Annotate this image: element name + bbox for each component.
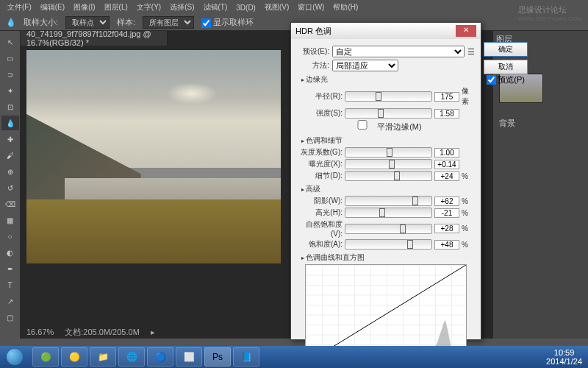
tray-time: 10:59: [546, 348, 582, 357]
history-brush-tool[interactable]: ↺: [1, 180, 19, 195]
windows-logo-icon: [7, 349, 23, 365]
saturation-slider[interactable]: [345, 239, 432, 250]
sample-select[interactable]: 所有图层: [143, 16, 194, 29]
smooth-edges-checkbox[interactable]: [350, 120, 375, 130]
menu-file[interactable]: 文件(F): [4, 1, 35, 14]
watermark-url: WWW.MISSYUAN.COM: [518, 15, 582, 22]
wand-tool[interactable]: ✦: [1, 83, 19, 98]
method-label: 方法:: [297, 60, 329, 71]
menu-type[interactable]: 文字(Y): [133, 1, 165, 14]
shape-tool[interactable]: ▢: [1, 310, 19, 325]
show-ring-checkbox[interactable]: [201, 18, 211, 28]
preview-checkbox[interactable]: [487, 75, 496, 85]
close-icon[interactable]: ✕: [456, 25, 476, 37]
samplesize-select[interactable]: 取样点: [65, 16, 110, 29]
menu-3d[interactable]: 3D(D): [232, 2, 259, 13]
menu-view[interactable]: 视图(V): [261, 1, 293, 14]
preset-label: 预设(E):: [297, 46, 329, 57]
canvas[interactable]: [26, 50, 281, 263]
detail-input[interactable]: [434, 171, 459, 181]
detail-slider[interactable]: [345, 171, 432, 181]
dialog-titlebar[interactable]: HDR 色调 ✕: [291, 23, 481, 39]
radius-slider[interactable]: [345, 91, 432, 102]
sample-label: 样本:: [117, 17, 135, 28]
system-tray[interactable]: 10:59 2014/1/24: [540, 348, 588, 366]
radius-input[interactable]: [434, 92, 459, 102]
document-tab[interactable]: 40_74199_9f79897f102f04d.jpg @ 16.7%(RGB…: [21, 31, 168, 46]
zoom-level[interactable]: 16.67%: [26, 328, 54, 336]
taskbar-browser[interactable]: 🔵: [147, 347, 173, 367]
blur-tool[interactable]: ○: [1, 229, 19, 244]
taskbar-photoshop[interactable]: Ps: [204, 347, 231, 367]
gradient-tool[interactable]: ▦: [1, 213, 19, 227]
brush-tool[interactable]: 🖌: [1, 148, 19, 163]
vibrance-input[interactable]: [434, 224, 459, 233]
start-button[interactable]: [0, 346, 29, 368]
pen-tool[interactable]: ✒: [1, 261, 19, 276]
ok-button[interactable]: 确定: [484, 42, 528, 57]
shadow-slider[interactable]: [345, 196, 432, 206]
highlight-slider[interactable]: [345, 208, 432, 218]
menu-edit[interactable]: 编辑(E): [37, 1, 68, 14]
dialog-body: 预设(E): 自定 ☰ 方法: 局部适应 边缘光 半径(R): 像素 强度(S)…: [291, 39, 481, 368]
taskbar-pinned: 🟢 🟡 📁 🌐 🔵 ⬜ Ps 📘: [32, 347, 259, 367]
strength-slider[interactable]: [345, 108, 432, 118]
detail-label: 细节(D):: [297, 171, 343, 181]
taskbar-app-1[interactable]: 🟢: [32, 347, 59, 367]
eyedropper-icon: 💧: [6, 18, 16, 27]
stamp-tool[interactable]: ⊕: [1, 164, 19, 179]
menu-help[interactable]: 帮助(H): [329, 1, 362, 14]
taskbar-app-2[interactable]: 🟡: [61, 347, 87, 367]
strength-label: 强度(S):: [297, 108, 343, 118]
detail-unit: %: [462, 172, 475, 180]
taskbar-app-8[interactable]: 📘: [233, 347, 259, 367]
eraser-tool[interactable]: ⌫: [1, 197, 19, 211]
hdr-toning-dialog: HDR 色调 ✕ 确定 取消 预览(P) 预设(E): 自定 ☰ 方法: 局部适…: [290, 22, 481, 340]
shadow-label: 阴影(W):: [297, 196, 343, 206]
menu-window[interactable]: 窗口(W): [294, 1, 328, 14]
heal-tool[interactable]: ✚: [1, 132, 19, 146]
preview-checkbox-label[interactable]: 预览(P): [487, 74, 525, 85]
show-ring-label[interactable]: 显示取样环: [201, 17, 254, 28]
layer-bg-name[interactable]: 背景: [499, 118, 585, 129]
path-tool[interactable]: ↗: [1, 294, 19, 308]
strength-input[interactable]: [434, 109, 459, 118]
dodge-tool[interactable]: ◐: [1, 245, 19, 260]
watermark-title: 思缘设计论坛: [518, 5, 567, 14]
lasso-tool[interactable]: ⊃: [1, 67, 19, 82]
marquee-tool[interactable]: ▭: [1, 51, 19, 66]
preset-select[interactable]: 自定: [332, 46, 465, 57]
tray-date: 2014/1/24: [546, 357, 582, 366]
radius-unit: 像素: [462, 86, 475, 107]
vibrance-slider[interactable]: [345, 224, 432, 234]
eyedropper-tool[interactable]: 💧: [1, 116, 19, 130]
section-tone-detail[interactable]: 色调和细节: [297, 135, 475, 146]
highlight-input[interactable]: [434, 208, 459, 218]
tools-panel: ↖ ▭ ⊃ ✦ ⊡ 💧 ✚ 🖌 ⊕ ↺ ⌫ ▦ ○ ◐ ✒ T ↗ ▢: [0, 31, 21, 339]
section-edge-glow[interactable]: 边缘光: [297, 74, 475, 85]
crop-tool[interactable]: ⊡: [1, 99, 19, 114]
menu-layer[interactable]: 图层(L): [101, 1, 132, 14]
smooth-edges-label[interactable]: 平滑边缘(M): [350, 120, 421, 132]
type-tool[interactable]: T: [1, 277, 19, 292]
cancel-button[interactable]: 取消: [484, 60, 528, 74]
section-advanced[interactable]: 高级: [297, 184, 475, 194]
exposure-slider[interactable]: [345, 159, 432, 169]
menu-select[interactable]: 选择(S): [166, 1, 198, 14]
preset-menu-icon[interactable]: ☰: [467, 47, 475, 57]
menu-filter[interactable]: 滤镜(T): [200, 1, 232, 14]
saturation-input[interactable]: [434, 240, 459, 250]
section-curve[interactable]: 色调曲线和直方图: [297, 252, 475, 263]
method-select[interactable]: 局部适应: [332, 60, 398, 71]
exposure-input[interactable]: [434, 160, 459, 169]
taskbar-ie[interactable]: 🌐: [118, 347, 145, 367]
move-tool[interactable]: ↖: [1, 35, 19, 49]
shadow-input[interactable]: [434, 197, 459, 206]
image-sunrays: [166, 82, 218, 105]
statusbar-arrow-icon[interactable]: ▸: [151, 328, 155, 337]
taskbar-app-6[interactable]: ⬜: [176, 347, 202, 367]
menu-image[interactable]: 图像(I): [70, 1, 98, 14]
gamma-slider[interactable]: [345, 147, 432, 158]
taskbar-explorer[interactable]: 📁: [90, 347, 116, 367]
gamma-input[interactable]: [434, 148, 459, 158]
